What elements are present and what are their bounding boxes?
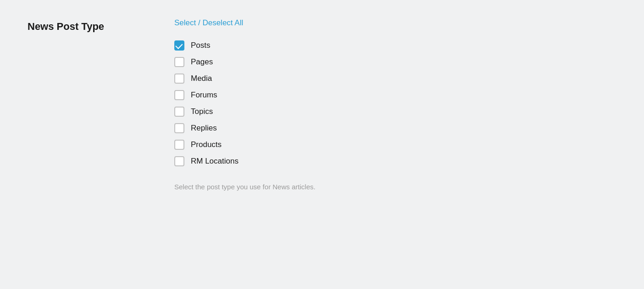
- select-deselect-all-link[interactable]: Select / Deselect All: [174, 18, 616, 28]
- checkbox-media[interactable]: [174, 74, 184, 84]
- checkbox-forums[interactable]: [174, 90, 184, 100]
- setting-title: News Post Type: [28, 20, 174, 34]
- checkbox-label-forums: Forums: [191, 91, 217, 100]
- checkbox-label-pages: Pages: [191, 57, 213, 67]
- checkbox-label-products: Products: [191, 140, 222, 149]
- checkbox-topics[interactable]: [174, 107, 184, 117]
- checkbox-label-replies: Replies: [191, 124, 217, 133]
- checkbox-label-media: Media: [191, 74, 212, 83]
- checkbox-pages[interactable]: [174, 57, 184, 67]
- checkbox-item-forums[interactable]: Forums: [174, 87, 616, 103]
- checkbox-label-rm-locations: RM Locations: [191, 157, 239, 166]
- checkbox-item-replies[interactable]: Replies: [174, 120, 616, 136]
- checkbox-replies[interactable]: [174, 123, 184, 133]
- checkbox-item-products[interactable]: Products: [174, 137, 616, 153]
- checkbox-label-posts: Posts: [191, 41, 211, 50]
- checkbox-rm-locations[interactable]: [174, 156, 184, 166]
- checkbox-products[interactable]: [174, 140, 184, 150]
- checkbox-item-media[interactable]: Media: [174, 71, 616, 86]
- checkbox-item-rm-locations[interactable]: RM Locations: [174, 153, 616, 169]
- setting-label: News Post Type: [28, 18, 174, 34]
- news-post-type-setting: News Post Type Select / Deselect All Pos…: [28, 18, 616, 191]
- checkbox-item-topics[interactable]: Topics: [174, 104, 616, 119]
- checkbox-list: PostsPagesMediaForumsTopicsRepliesProduc…: [174, 38, 616, 169]
- checkbox-label-topics: Topics: [191, 107, 213, 116]
- setting-content: Select / Deselect All PostsPagesMediaFor…: [174, 18, 616, 191]
- checkbox-item-posts[interactable]: Posts: [174, 38, 616, 53]
- checkbox-item-pages[interactable]: Pages: [174, 54, 616, 70]
- checkbox-posts[interactable]: [174, 40, 184, 51]
- helper-text: Select the post type you use for News ar…: [174, 183, 616, 191]
